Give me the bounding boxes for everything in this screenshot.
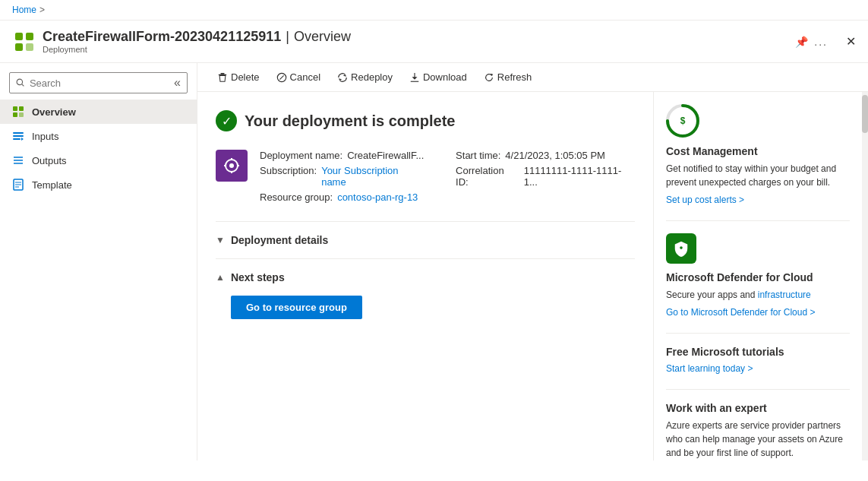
- panel-divider-1: [666, 220, 850, 221]
- defender-desc-part1: Secure your apps and: [666, 290, 758, 300]
- redeploy-label: Redeploy: [351, 71, 393, 83]
- deployment-details-chevron: ▼: [216, 235, 225, 245]
- svg-rect-12: [13, 138, 21, 140]
- scrollbar-thumb[interactable]: [862, 95, 868, 133]
- overview-icon: [12, 106, 24, 118]
- next-steps-label: Next steps: [231, 271, 285, 283]
- next-steps-section: ▲ Next steps Go to resource group: [216, 258, 635, 319]
- refresh-button[interactable]: Refresh: [476, 68, 540, 87]
- defender-desc-link[interactable]: infrastructure: [758, 290, 811, 300]
- status-check-icon: ✓: [216, 110, 237, 131]
- close-icon[interactable]: ✕: [846, 34, 856, 49]
- expert-title: Work with an expert: [666, 402, 850, 414]
- deployment-details-section: ▼ Deployment details: [216, 221, 635, 249]
- outputs-icon: [12, 154, 24, 166]
- scrollbar-track[interactable]: [862, 92, 868, 460]
- svg-rect-8: [13, 112, 17, 117]
- app-icon: [12, 30, 36, 54]
- sidebar-item-inputs[interactable]: Inputs: [0, 124, 197, 148]
- right-area: Delete Cancel Redeploy: [197, 63, 868, 460]
- search-box[interactable]: «: [9, 72, 188, 93]
- subscription-label: Subscription:: [260, 165, 317, 188]
- correlation-value: 11111111-1111-1111-1...: [524, 165, 635, 188]
- content-row: ✓ Your deployment is complete: [197, 92, 868, 460]
- refresh-icon: [484, 72, 494, 83]
- cost-management-title: Cost Management: [666, 145, 850, 157]
- more-icon[interactable]: ...: [814, 36, 828, 48]
- search-input[interactable]: [30, 78, 169, 89]
- tutorials-section: Free Microsoft tutorials Start learning …: [666, 346, 850, 374]
- redeploy-icon: [337, 72, 348, 83]
- panel-divider-2: [666, 333, 850, 334]
- deployment-details-label: Deployment details: [231, 234, 328, 246]
- expert-desc: Azure experts are service provider partn…: [666, 419, 850, 460]
- expert-section: Work with an expert Azure experts are se…: [666, 402, 850, 460]
- subscription-value[interactable]: Your Subscription name: [321, 165, 425, 188]
- main-content: ✓ Your deployment is complete: [197, 92, 653, 460]
- header-title: CreateFirewallForm-20230421125911: [43, 29, 281, 45]
- refresh-label: Refresh: [497, 71, 532, 83]
- start-time-label: Start time:: [456, 150, 500, 161]
- correlation-label: Correlation ID:: [456, 165, 519, 188]
- start-time-value: 4/21/2023, 1:05:05 PM: [505, 150, 605, 161]
- shield-icon: [666, 233, 696, 264]
- delete-button[interactable]: Delete: [210, 68, 267, 87]
- main-layout: « Overview Inputs: [0, 63, 868, 460]
- cancel-button[interactable]: Cancel: [269, 68, 328, 87]
- svg-marker-28: [412, 77, 417, 80]
- cost-management-section: $ Cost Management Get notified to stay w…: [666, 104, 850, 205]
- go-to-resource-group-button[interactable]: Go to resource group: [231, 296, 362, 319]
- sidebar-item-template[interactable]: Template: [0, 172, 197, 197]
- overview-label: Overview: [32, 106, 76, 118]
- svg-rect-7: [19, 106, 24, 111]
- next-steps-header[interactable]: ▲ Next steps: [216, 268, 635, 286]
- svg-point-40: [680, 246, 683, 249]
- download-icon: [409, 72, 420, 83]
- collapse-icon[interactable]: «: [174, 76, 181, 90]
- svg-rect-11: [13, 135, 24, 137]
- svg-rect-0: [15, 33, 23, 40]
- svg-text:$: $: [680, 116, 686, 126]
- delete-icon: [217, 72, 228, 83]
- template-icon: [12, 179, 24, 191]
- tutorials-link[interactable]: Start learning today >: [666, 363, 753, 374]
- page-header: CreateFirewallForm-20230421125911 | Over…: [0, 21, 868, 63]
- name-label: Deployment name:: [260, 150, 342, 161]
- svg-marker-13: [21, 138, 24, 141]
- svg-rect-9: [19, 112, 24, 117]
- defender-title: Microsoft Defender for Cloud: [666, 271, 850, 283]
- deployment-icon-svg: [221, 155, 242, 176]
- template-label: Template: [32, 179, 72, 191]
- download-button[interactable]: Download: [402, 68, 475, 87]
- defender-link[interactable]: Go to Microsoft Defender for Cloud >: [666, 307, 815, 318]
- breadcrumb-separator: >: [39, 5, 45, 15]
- header-resource-type: Deployment: [43, 45, 789, 54]
- header-subtitle: Overview: [294, 29, 351, 45]
- cancel-label: Cancel: [290, 71, 320, 83]
- svg-rect-21: [220, 72, 224, 74]
- resource-group-label: Resource group:: [260, 191, 333, 203]
- next-steps-chevron: ▲: [216, 272, 225, 283]
- outputs-label: Outputs: [32, 155, 67, 166]
- sidebar-item-outputs[interactable]: Outputs: [0, 148, 197, 172]
- sidebar-item-overview[interactable]: Overview: [0, 100, 197, 124]
- svg-marker-25: [343, 74, 346, 77]
- svg-point-32: [229, 163, 234, 168]
- header-separator: |: [286, 29, 289, 45]
- pin-icon[interactable]: 📌: [795, 36, 808, 48]
- cost-management-link[interactable]: Set up cost alerts >: [666, 195, 744, 205]
- breadcrumb-home[interactable]: Home: [12, 5, 36, 15]
- deployment-details-header[interactable]: ▼ Deployment details: [216, 231, 635, 249]
- cancel-icon: [276, 72, 287, 83]
- svg-rect-10: [13, 132, 24, 134]
- svg-line-24: [279, 75, 283, 79]
- svg-line-5: [22, 84, 24, 87]
- delete-label: Delete: [231, 71, 260, 83]
- svg-rect-3: [26, 43, 33, 51]
- toolbar: Delete Cancel Redeploy: [197, 63, 868, 92]
- info-col-left: Deployment name: CreateFirewallF... Subs…: [260, 150, 425, 203]
- resource-group-value[interactable]: contoso-pan-rg-13: [337, 191, 418, 203]
- tutorials-title: Free Microsoft tutorials: [666, 346, 850, 358]
- redeploy-button[interactable]: Redeploy: [330, 68, 400, 87]
- svg-rect-2: [15, 43, 23, 51]
